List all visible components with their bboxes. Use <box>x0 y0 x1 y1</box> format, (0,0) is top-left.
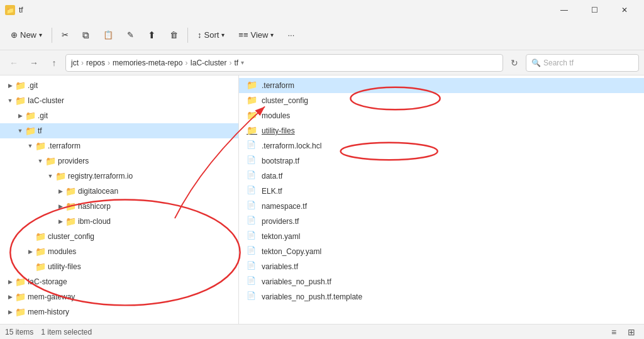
file-item-bootstrap[interactable]: 📄 bootstrap.tf <box>239 153 644 169</box>
tree-item-mem-gateway[interactable]: ▶ 📁 mem-gateway <box>0 289 238 304</box>
file-item-elk[interactable]: 📄 ELK.tf <box>239 184 644 199</box>
file-item-variables-template[interactable]: 📄 variables_no_push.tf.template <box>239 289 644 304</box>
refresh-button[interactable]: ↻ <box>506 54 523 72</box>
title-bar-left: 📁 tf <box>5 5 23 15</box>
tree-label-mem-history: mem-history <box>28 308 69 316</box>
expander-registry: ▼ <box>45 171 55 181</box>
list-view-button[interactable]: ≡ <box>606 326 621 338</box>
breadcrumb-sep-2: › <box>108 58 110 67</box>
file-item-utility[interactable]: 📁 utility-files <box>239 123 644 138</box>
file-item-variables-no-push[interactable]: 📄 variables_no_push.tf <box>239 274 644 289</box>
file-panel: 📁 .terraform 📁 cluster_config 📁 modules … <box>239 75 644 324</box>
folder-icon-iac-storage: 📁 <box>15 277 25 287</box>
cut-button[interactable]: ✂ <box>56 24 74 47</box>
tree-label-hashicorp: hashicorp <box>78 202 111 211</box>
forward-button[interactable]: → <box>25 54 43 72</box>
details-view-button[interactable]: ⊞ <box>624 326 639 338</box>
file-item-tekton-copy[interactable]: 📄 tekton_Copy.yaml <box>239 244 644 259</box>
more-button[interactable]: ··· <box>282 24 300 47</box>
tree-item-iac-storage[interactable]: ▶ 📁 IaC-storage <box>0 274 238 289</box>
rename-button[interactable]: ✎ <box>121 24 140 47</box>
tree-item-git1[interactable]: ▶ 📁 .git <box>0 78 238 93</box>
tree-item-providers[interactable]: ▼ 📁 providers <box>0 153 238 169</box>
close-button[interactable]: ✕ <box>610 0 639 20</box>
breadcrumb-memories[interactable]: memories-meta-repo <box>113 58 182 67</box>
tree-label-mem-gateway: mem-gateway <box>28 292 75 301</box>
breadcrumb-jct[interactable]: jct <box>71 58 79 67</box>
file-icon-namespace: 📄 <box>247 201 258 212</box>
tree-item-registry[interactable]: ▼ 📁 registry.terraform.io <box>0 169 238 184</box>
folder-icon-git1: 📁 <box>15 81 25 91</box>
folder-icon-providers: 📁 <box>45 156 55 166</box>
tree-item-digitalocean[interactable]: ▶ 📁 digitalocean <box>0 184 238 199</box>
file-name-modules: modules <box>262 111 290 120</box>
delete-button[interactable]: 🗑 <box>164 24 184 47</box>
file-item-terraform-lock[interactable]: 📄 .terraform.lock.hcl <box>239 138 644 153</box>
view-button[interactable]: ≡≡ View ▾ <box>233 24 279 47</box>
expander-ibmcloud: ▶ <box>55 216 65 226</box>
file-icon-variables-no-push: 📄 <box>247 276 258 287</box>
file-item-variables[interactable]: 📄 variables.tf <box>239 259 644 274</box>
tree-item-terraform[interactable]: ▼ 📁 .terraform <box>0 138 238 153</box>
expander-mem-gateway: ▶ <box>5 292 15 302</box>
share-icon: ⬆ <box>148 30 156 41</box>
view-label: View <box>251 30 269 40</box>
file-name-namespace: namespace.tf <box>262 202 307 211</box>
breadcrumb-dropdown-icon[interactable]: ▾ <box>241 59 244 66</box>
toolbar-sep-2 <box>187 28 188 43</box>
new-button[interactable]: ⊕ New ▾ <box>5 24 48 47</box>
expander-iac-cluster <box>0 96 5 106</box>
breadcrumb-iac[interactable]: IaC-cluster <box>190 58 226 67</box>
status-bar: 15 items 1 item selected ≡ ⊞ <box>0 324 644 339</box>
tree-item-mem-history[interactable]: ▶ 📁 mem-history <box>0 304 238 320</box>
back-button[interactable]: ← <box>5 54 23 72</box>
tree-label-tf: tf <box>38 126 42 135</box>
sort-button[interactable]: ↕ Sort ▾ <box>192 24 230 47</box>
tree-item-cluster-config[interactable]: 📁 cluster_config <box>0 229 238 244</box>
paste-icon: 📋 <box>103 30 113 40</box>
tree-item-utility[interactable]: 📁 utility-files <box>0 259 238 274</box>
view-chevron-icon: ▾ <box>270 31 274 38</box>
file-item-cluster-config[interactable]: 📁 cluster_config <box>239 93 644 108</box>
tree-item-tf[interactable]: ▼ 📁 tf <box>0 123 238 138</box>
expander-iac-cluster2: ▼ <box>5 96 15 106</box>
search-box[interactable]: 🔍 Search tf <box>526 54 639 72</box>
maximize-button[interactable]: ☐ <box>580 0 609 20</box>
tree-label-git1: .git <box>28 81 38 90</box>
breadcrumb-repos[interactable]: repos <box>86 58 105 67</box>
file-item-tekton[interactable]: 📄 tekton.yaml <box>239 229 644 244</box>
folder-icon-mem-gateway: 📁 <box>15 292 25 302</box>
breadcrumb-bar[interactable]: jct › repos › memories-meta-repo › IaC-c… <box>65 54 503 72</box>
share-button[interactable]: ⬆ <box>142 24 162 47</box>
file-icon-variables-template: 📄 <box>247 291 258 303</box>
status-view-controls: ≡ ⊞ <box>606 326 639 338</box>
file-name-cluster: cluster_config <box>262 96 308 105</box>
paste-button[interactable]: 📋 <box>97 24 119 47</box>
file-item-modules[interactable]: 📁 modules <box>239 108 644 123</box>
file-name-elk: ELK.tf <box>262 187 282 196</box>
breadcrumb-tf[interactable]: tf <box>234 58 238 67</box>
up-button[interactable]: ↑ <box>45 54 63 72</box>
search-placeholder: Search tf <box>543 58 574 67</box>
folder-icon-file-terraform: 📁 <box>247 80 258 91</box>
tree-item-modules[interactable]: ▶ 📁 modules <box>0 244 238 259</box>
expander-iac-storage: ▶ <box>5 277 15 287</box>
tree-item-hashicorp[interactable]: ▶ 📁 hashicorp <box>0 199 238 214</box>
file-item-providers[interactable]: 📄 providers.tf <box>239 214 644 229</box>
tree-item-ibmcloud[interactable]: ▶ 📁 ibm-cloud <box>0 214 238 229</box>
file-item-terraform[interactable]: 📁 .terraform <box>239 78 644 93</box>
tree-item-git2[interactable]: ▶ 📁 .git <box>0 108 238 123</box>
tree-item-mem-metadata[interactable]: ▶ 📁 mem-metadata <box>0 320 238 324</box>
window-icon: 📁 <box>5 5 15 15</box>
new-label: New <box>20 30 36 40</box>
expander-mem-history: ▶ <box>5 307 15 317</box>
view-icon: ≡≡ <box>238 30 248 40</box>
tree-item-iac-cluster[interactable]: ▼ 📁 IaC-cluster <box>0 93 238 108</box>
copy-button[interactable]: ⧉ <box>77 24 95 47</box>
minimize-button[interactable]: — <box>550 0 579 20</box>
file-item-namespace[interactable]: 📄 namespace.tf <box>239 199 644 214</box>
expander-mem-metadata: ▶ <box>5 322 15 324</box>
folder-icon-file-cluster: 📁 <box>247 95 258 106</box>
file-item-data[interactable]: 📄 data.tf <box>239 169 644 184</box>
sort-icon: ↕ <box>197 30 202 40</box>
